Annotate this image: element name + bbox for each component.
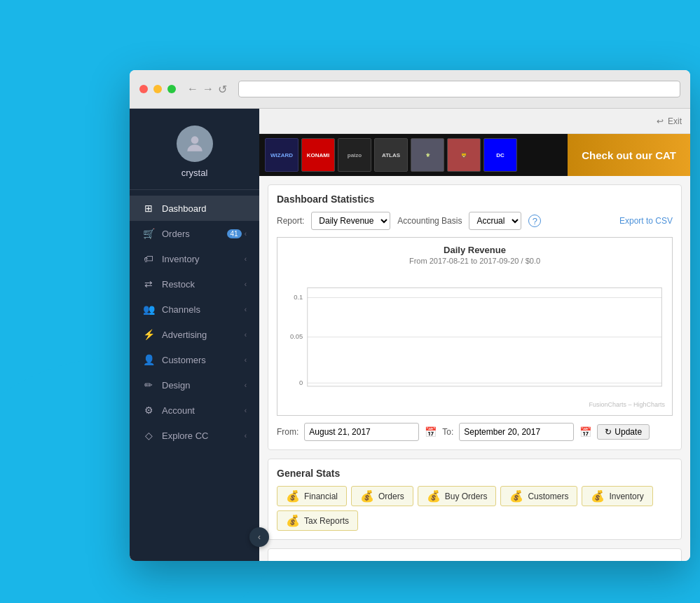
tax-reports-label: Tax Reports <box>304 516 349 526</box>
orders-badge: 41 <box>227 229 242 238</box>
orders-icon: 🛒 <box>142 228 155 239</box>
to-label: To: <box>442 427 453 437</box>
date-to-input[interactable] <box>459 423 574 441</box>
sidebar-collapse-button[interactable]: ‹ <box>249 527 269 547</box>
sidebar-item-design[interactable]: ✏ Design ‹ <box>130 372 259 398</box>
financial-label: Financial <box>304 492 338 501</box>
url-bar[interactable] <box>238 81 680 97</box>
chart-area: Daily Revenue From 2017-08-21 to 2017-09… <box>277 237 673 416</box>
refresh-icon: ↻ <box>605 427 612 437</box>
update-label: Update <box>615 427 642 437</box>
buy-orders-button[interactable]: 💰 Buy Orders <box>418 486 497 506</box>
nav-arrow-icon: ‹ <box>245 432 247 440</box>
stats-panel: Dashboard Statistics Report: Daily Reven… <box>268 184 682 450</box>
dashboard-icon: ⊞ <box>142 203 155 214</box>
report-controls: Report: Daily Revenue Accounting Basis A… <box>277 212 673 230</box>
chart-svg: 0.1 0.05 0 <box>284 271 665 400</box>
general-stats-title: General Stats <box>277 468 673 479</box>
sidebar-item-customers[interactable]: 👤 Customers ‹ <box>130 347 259 372</box>
traffic-light-green[interactable] <box>167 85 176 93</box>
promo-banner: WIZARD KONAMI paizo ATLAS ⚜ 🦁 DC Check o… <box>259 134 690 176</box>
financial-button[interactable]: 💰 Financial <box>277 486 347 506</box>
nav-arrow-icon: ‹ <box>245 306 247 313</box>
nav-arrow-icon: ‹ <box>245 280 247 288</box>
inventory-stat-label: Inventory <box>609 492 643 501</box>
sidebar-item-advertising[interactable]: ⚡ Advertising ‹ <box>130 322 259 347</box>
restock-icon: ⇄ <box>142 278 155 290</box>
dashboard-body: Dashboard Statistics Report: Daily Reven… <box>259 176 690 561</box>
sidebar-item-orders[interactable]: 🛒 Orders 41 ‹ <box>130 221 259 246</box>
from-label: From: <box>277 427 298 437</box>
tax-reports-icon: 💰 <box>286 514 300 527</box>
traffic-light-yellow[interactable] <box>153 85 162 93</box>
sidebar: crystal ⊞ Dashboard 🛒 Orders 41 ‹ 🏷 <box>130 109 259 561</box>
tax-reports-button[interactable]: 💰 Tax Reports <box>277 510 358 531</box>
chart-subtitle: From 2017-08-21 to 2017-09-20 / $0.0 <box>284 257 665 265</box>
chart-title: Daily Revenue <box>284 245 665 255</box>
customers-stats-button[interactable]: 💰 Customers <box>500 486 577 506</box>
design-icon: ✏ <box>142 379 155 391</box>
nav-arrow-icon: ‹ <box>245 356 247 364</box>
banner-cta[interactable]: Check out our CAT <box>568 134 690 176</box>
collapse-arrow-icon: ‹ <box>258 532 261 542</box>
account-icon: ⚙ <box>142 405 155 416</box>
inventory-stats-button[interactable]: 💰 Inventory <box>582 486 652 506</box>
browser-window: ← → ↺ crystal ⊞ Dashboar <box>130 70 690 561</box>
sidebar-item-label: Explore CC <box>162 431 245 441</box>
orders-stats-button[interactable]: 💰 Orders <box>351 486 413 506</box>
reload-button[interactable]: ↺ <box>218 83 227 96</box>
logo-dc: DC <box>483 138 517 172</box>
channels-icon: 👥 <box>142 304 155 315</box>
calendar-to-icon[interactable]: 📅 <box>579 426 591 438</box>
calendar-from-icon[interactable]: 📅 <box>425 426 437 438</box>
nav-arrow-icon: ‹ <box>245 255 247 263</box>
sidebar-item-label: Account <box>162 405 245 416</box>
browser-chrome: ← → ↺ <box>130 70 690 109</box>
sidebar-item-inventory[interactable]: 🏷 Inventory ‹ <box>130 246 259 271</box>
sidebar-item-label: Customers <box>162 355 245 365</box>
orders-stat-icon: 💰 <box>360 489 374 503</box>
sidebar-item-dashboard[interactable]: ⊞ Dashboard <box>130 196 259 221</box>
chart-credit: FusionCharts – HighCharts <box>284 401 665 408</box>
accounting-select[interactable]: Accrual <box>469 212 521 230</box>
logo-konami: KONAMI <box>301 138 335 172</box>
exit-button[interactable]: Exit <box>668 116 682 126</box>
traffic-light-red[interactable] <box>139 85 148 93</box>
general-stats-panel: General Stats 💰 Financial 💰 Orders 💰 <box>268 459 682 540</box>
advertising-icon: ⚡ <box>142 329 155 340</box>
user-avatar-icon <box>184 133 206 155</box>
date-from-input[interactable] <box>304 423 419 441</box>
forward-button[interactable]: → <box>203 83 214 96</box>
update-button[interactable]: ↻ Update <box>597 424 650 440</box>
help-icon[interactable]: ? <box>528 215 541 227</box>
communicator-header: ✉ Communicator Inbox <box>277 557 673 561</box>
user-section: crystal <box>130 109 259 190</box>
logo-atlas: ATLAS <box>374 138 408 172</box>
back-arrow-icon: ↩ <box>657 116 664 126</box>
top-bar: ↩ Exit <box>259 109 690 134</box>
username-label: crystal <box>181 168 208 178</box>
export-csv-link[interactable]: Export to CSV <box>619 216 673 226</box>
sidebar-item-explore-cc[interactable]: ◇ Explore CC ‹ <box>130 423 259 448</box>
inventory-icon: 🏷 <box>142 253 155 264</box>
back-button[interactable]: ← <box>187 83 198 96</box>
sidebar-item-channels[interactable]: 👥 Channels ‹ <box>130 297 259 322</box>
app-layout: crystal ⊞ Dashboard 🛒 Orders 41 ‹ 🏷 <box>130 109 690 561</box>
sidebar-item-restock[interactable]: ⇄ Restock ‹ <box>130 271 259 297</box>
date-controls: From: 📅 To: 📅 ↻ Update <box>277 423 673 441</box>
sidebar-item-label: Restock <box>162 279 245 290</box>
sidebar-item-label: Channels <box>162 304 245 315</box>
buy-orders-icon: 💰 <box>427 489 441 503</box>
report-select[interactable]: Daily Revenue <box>311 212 390 230</box>
communicator-title: Communicator Inbox <box>291 559 383 561</box>
buy-orders-label: Buy Orders <box>445 492 488 501</box>
nav-arrow-icon: ‹ <box>245 331 247 339</box>
customers-stat-icon: 💰 <box>509 489 523 503</box>
logo-wizard: WIZARD <box>265 138 298 172</box>
banner-logos: WIZARD KONAMI paizo ATLAS ⚜ 🦁 DC <box>259 138 568 172</box>
sidebar-item-label: Dashboard <box>162 203 247 214</box>
svg-text:0.1: 0.1 <box>294 294 303 301</box>
nav-arrow-icon: ‹ <box>245 230 247 238</box>
sidebar-item-account[interactable]: ⚙ Account ‹ <box>130 398 259 423</box>
sidebar-item-label: Inventory <box>162 254 245 264</box>
